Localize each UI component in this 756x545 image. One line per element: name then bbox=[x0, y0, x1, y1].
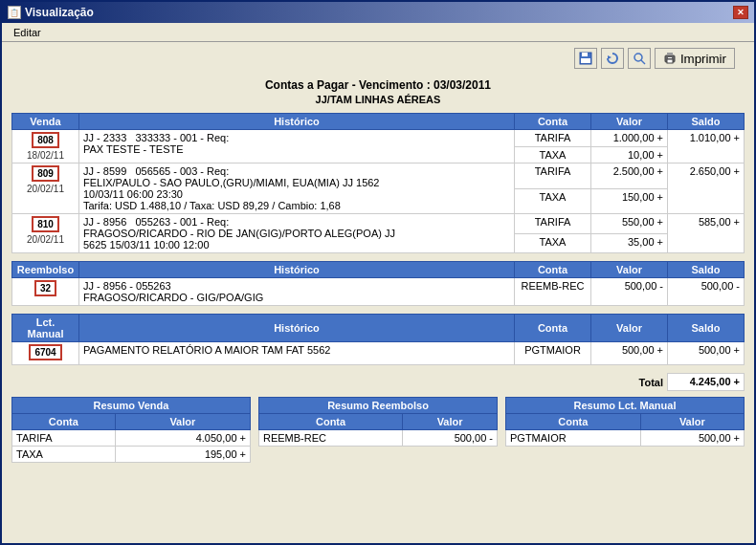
rv-conta-1: TARIFA bbox=[12, 430, 116, 447]
save-icon bbox=[579, 52, 592, 65]
venda-col-saldo: Saldo bbox=[668, 114, 745, 130]
resumo-venda-col-conta: Conta bbox=[12, 414, 116, 430]
venda-col-historico: Histórico bbox=[79, 114, 515, 130]
lct-col-saldo: Saldo bbox=[668, 315, 745, 342]
venda-table: Venda Histórico Conta Valor Saldo 808 18… bbox=[11, 113, 745, 253]
report-title: Contas a Pagar - Vencimento : 03/03/2011 bbox=[11, 78, 745, 92]
svg-rect-2 bbox=[581, 58, 590, 63]
venda-id-808: 808 18/02/11 bbox=[12, 130, 79, 164]
table-row: 809 20/02/11 JJ - 8599 056565 - 003 - Re… bbox=[12, 164, 745, 189]
window-icon: 📋 bbox=[8, 6, 21, 19]
lct-manual-table: Lct. Manual Histórico Conta Valor Saldo … bbox=[11, 314, 745, 365]
summary-section: Resumo Venda Conta Valor TARIFA 4.050,00… bbox=[11, 397, 745, 463]
rl-conta-1: PGTMAIOR bbox=[506, 430, 641, 447]
lct-manual-header-label: Lct. Manual bbox=[12, 315, 79, 342]
svg-rect-7 bbox=[667, 53, 673, 55]
venda-valor-808-1: 1.000,00 + bbox=[591, 130, 668, 147]
lct-valor-6704: 500,00 + bbox=[591, 342, 668, 365]
resumo-reembolso-col-conta: Conta bbox=[259, 414, 403, 430]
venda-col-valor: Valor bbox=[591, 114, 668, 130]
venda-header-label: Venda bbox=[12, 114, 79, 130]
venda-valor-810-1: 550,00 + bbox=[591, 214, 668, 234]
reembolso-conta-32: REEMB-REC bbox=[515, 278, 591, 306]
list-item: PGTMAIOR 500,00 + bbox=[506, 430, 745, 447]
title-bar: 📋 Visualização ✕ bbox=[2, 2, 754, 23]
printer-icon bbox=[663, 53, 677, 64]
refresh-button[interactable] bbox=[601, 48, 624, 69]
refresh-icon bbox=[606, 52, 619, 65]
svg-rect-8 bbox=[667, 59, 673, 63]
svg-line-5 bbox=[641, 60, 645, 64]
window-title: Visualização bbox=[25, 6, 94, 19]
total-value: 4.245,00 + bbox=[668, 374, 745, 391]
resumo-lct-title: Resumo Lct. Manual bbox=[506, 398, 745, 414]
venda-conta-809-2: TAXA bbox=[515, 188, 591, 214]
venda-conta-810-2: TAXA bbox=[515, 233, 591, 253]
venda-conta-808-2: TAXA bbox=[515, 146, 591, 164]
reembolso-historic-32: JJ - 8956 - 055263 FRAGOSO/RICARDO - GIG… bbox=[79, 278, 515, 306]
toolbar: Imprimir bbox=[2, 42, 754, 75]
list-item: TAXA 195,00 + bbox=[12, 447, 251, 463]
lct-col-conta: Conta bbox=[515, 315, 591, 342]
venda-saldo-808: 1.010,00 + bbox=[668, 130, 745, 164]
lct-col-historico: Histórico bbox=[79, 315, 515, 342]
venda-conta-808-1: TARIFA bbox=[515, 130, 591, 147]
lct-historic-6704: PAGAMENTO RELATÓRIO A MAIOR TAM FAT 5562 bbox=[79, 342, 515, 365]
venda-historic-809: JJ - 8599 056565 - 003 - Req: FELIX/PAUL… bbox=[79, 164, 515, 214]
table-row: 32 JJ - 8956 - 055263 FRAGOSO/RICARDO - … bbox=[12, 278, 745, 306]
preview-icon bbox=[633, 52, 646, 65]
resumo-reembolso-col-valor: Valor bbox=[403, 414, 498, 430]
rv-conta-2: TAXA bbox=[12, 447, 116, 463]
reembolso-col-valor: Valor bbox=[591, 262, 668, 278]
venda-conta-810-1: TARIFA bbox=[515, 214, 591, 234]
reembolso-saldo-32: 500,00 - bbox=[668, 278, 745, 306]
venda-historic-808: JJ - 2333 333333 - 001 - Req:PAX TESTE -… bbox=[79, 130, 515, 164]
lct-saldo-6704: 500,00 + bbox=[668, 342, 745, 365]
table-row: 6704 PAGAMENTO RELATÓRIO A MAIOR TAM FAT… bbox=[12, 342, 745, 365]
resumo-lct-manual: Resumo Lct. Manual Conta Valor PGTMAIOR … bbox=[505, 397, 745, 463]
rr-valor-1: 500,00 - bbox=[403, 430, 498, 447]
reembolso-col-historico: Histórico bbox=[79, 262, 515, 278]
table-row: 810 20/02/11 JJ - 8956 055263 - 001 - Re… bbox=[12, 214, 745, 234]
resumo-lct-col-valor: Valor bbox=[640, 414, 744, 430]
preview-button[interactable] bbox=[628, 48, 651, 69]
reembolso-header-label: Reembolso bbox=[12, 262, 79, 278]
lct-conta-6704: PGTMAIOR bbox=[515, 342, 591, 365]
menu-item-editar[interactable]: Editar bbox=[8, 26, 47, 39]
resumo-venda-col-valor: Valor bbox=[115, 414, 250, 430]
rr-conta-1: REEMB-REC bbox=[259, 430, 403, 447]
reembolso-valor-32: 500,00 - bbox=[591, 278, 668, 306]
lct-id-6704: 6704 bbox=[12, 342, 79, 365]
venda-saldo-810: 585,00 + bbox=[668, 214, 745, 253]
venda-saldo-809: 2.650,00 + bbox=[668, 164, 745, 214]
venda-id-809: 809 20/02/11 bbox=[12, 164, 79, 214]
resumo-reembolso-title: Resumo Reembolso bbox=[259, 398, 498, 414]
lct-col-valor: Valor bbox=[591, 315, 668, 342]
reembolso-table: Reembolso Histórico Conta Valor Saldo 32… bbox=[11, 261, 745, 306]
resumo-venda-title: Resumo Venda bbox=[12, 398, 251, 414]
resumo-reembolso: Resumo Reembolso Conta Valor REEMB-REC 5… bbox=[258, 397, 498, 463]
total-table: Total 4.245,00 + bbox=[11, 373, 745, 391]
rl-valor-1: 500,00 + bbox=[640, 430, 744, 447]
main-window: 📋 Visualização ✕ Editar bbox=[0, 0, 756, 545]
venda-historic-810: JJ - 8956 055263 - 001 - Req: FRAGOSO/RI… bbox=[79, 214, 515, 253]
print-button[interactable]: Imprimir bbox=[655, 48, 735, 69]
venda-id-810: 810 20/02/11 bbox=[12, 214, 79, 253]
total-label: Total bbox=[11, 374, 668, 391]
venda-conta-809-1: TARIFA bbox=[515, 164, 591, 189]
close-button[interactable]: ✕ bbox=[733, 6, 748, 19]
list-item: TARIFA 4.050,00 + bbox=[12, 430, 251, 447]
svg-rect-1 bbox=[582, 53, 588, 56]
rv-valor-2: 195,00 + bbox=[115, 447, 250, 463]
svg-point-4 bbox=[634, 54, 642, 61]
svg-marker-3 bbox=[608, 55, 611, 59]
save-button[interactable] bbox=[574, 48, 597, 69]
list-item: REEMB-REC 500,00 - bbox=[259, 430, 498, 447]
reembolso-col-conta: Conta bbox=[515, 262, 591, 278]
menu-bar: Editar bbox=[2, 23, 754, 42]
venda-valor-809-1: 2.500,00 + bbox=[591, 164, 668, 189]
rv-valor-1: 4.050,00 + bbox=[115, 430, 250, 447]
reembolso-id-32: 32 bbox=[12, 278, 79, 306]
resumo-venda: Resumo Venda Conta Valor TARIFA 4.050,00… bbox=[11, 397, 251, 463]
print-label: Imprimir bbox=[680, 52, 726, 66]
